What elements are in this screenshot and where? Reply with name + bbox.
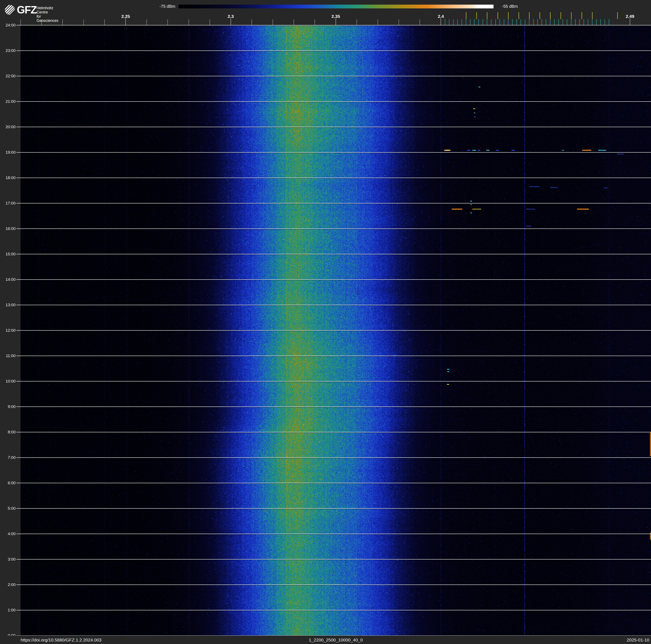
rf-burst-event xyxy=(550,187,558,188)
rf-burst-event xyxy=(598,150,606,151)
ble-channel-tick xyxy=(500,19,500,25)
spectrogram-plot xyxy=(21,25,651,636)
hour-gridline xyxy=(21,559,651,559)
ble-channel-tick xyxy=(533,19,534,25)
freq-minor-tick xyxy=(83,19,84,25)
hour-gridline xyxy=(21,432,651,432)
time-tick xyxy=(17,254,21,254)
freq-major-tick xyxy=(125,18,126,25)
ble-channel-tick xyxy=(487,19,487,25)
hour-gridline xyxy=(21,407,651,407)
hour-gridline xyxy=(21,127,651,127)
rf-burst-event xyxy=(526,226,531,227)
ble-channel-tick xyxy=(537,19,538,25)
freq-label: 2.49 xyxy=(626,14,634,19)
ble-channel-tick xyxy=(495,19,496,25)
rf-burst-event xyxy=(452,209,462,209)
ble-channel-tick xyxy=(474,19,474,25)
ble-channel-tick xyxy=(584,19,584,25)
ble-channel-tick xyxy=(462,19,462,25)
hour-gridline xyxy=(21,508,651,509)
freq-major-tick xyxy=(336,18,336,25)
ble-channel-tick xyxy=(478,19,479,25)
freq-label: 2.35 xyxy=(332,14,340,19)
rf-burst-event xyxy=(474,116,476,117)
freq-major-tick xyxy=(230,18,231,25)
ble-channel-tick xyxy=(445,19,445,25)
wifi-channel-tick xyxy=(466,12,466,19)
rf-burst-event xyxy=(582,150,591,151)
freq-label: 2.3 xyxy=(228,14,234,19)
freq-minor-tick xyxy=(104,19,105,25)
time-label: 9:00 xyxy=(0,404,16,409)
freq-major-tick xyxy=(441,18,441,25)
footer: https://doi.org/10.5880/GFZ.1.2.2024.003… xyxy=(0,636,651,644)
ble-channel-tick xyxy=(592,19,592,25)
wifi-channel-tick xyxy=(592,12,593,19)
time-tick xyxy=(17,178,21,178)
ble-channel-tick xyxy=(567,19,567,25)
header: GFZ Helmholtz Centre for Geosciences -75… xyxy=(0,0,651,25)
time-label: 7:00 xyxy=(0,455,16,460)
ble-channel-tick xyxy=(604,19,605,25)
ble-channel-tick xyxy=(521,19,521,25)
rf-burst-event xyxy=(471,204,472,205)
time-label: 10:00 xyxy=(0,379,16,384)
freq-minor-tick xyxy=(20,19,21,25)
ble-channel-tick xyxy=(554,19,555,25)
wifi-channel-tick xyxy=(617,12,618,19)
hour-gridline xyxy=(21,585,651,585)
gfz-brand: GFZ xyxy=(17,4,36,16)
rf-burst-event xyxy=(474,113,475,113)
time-tick xyxy=(17,25,21,25)
ble-channel-tick xyxy=(550,19,550,25)
wifi-channel-tick xyxy=(582,12,582,19)
rf-burst-event xyxy=(529,186,540,187)
freq-minor-tick xyxy=(210,19,210,25)
wifi-channel-tick xyxy=(560,12,561,19)
colorbar-max-label: -55 dBm xyxy=(502,4,518,8)
ble-channel-tick xyxy=(470,19,470,25)
rf-burst-event xyxy=(447,369,450,370)
time-label: 12:00 xyxy=(0,328,16,333)
time-label: 16:00 xyxy=(0,226,16,231)
hour-gridline xyxy=(21,203,651,203)
wifi-channel-tick xyxy=(519,12,519,19)
ble-channel-tick xyxy=(449,19,450,25)
colorbar-gradient xyxy=(179,5,494,8)
wifi-channel-tick xyxy=(508,12,508,19)
spectrogram-page: GFZ Helmholtz Centre for Geosciences -75… xyxy=(0,0,651,644)
date-label: 2025-01-10 xyxy=(627,636,649,644)
rf-burst-event xyxy=(447,371,449,372)
ble-channel-tick xyxy=(563,19,563,25)
wifi-channel-tick xyxy=(539,12,540,19)
ble-channel-tick xyxy=(453,19,454,25)
rf-burst-event xyxy=(604,187,608,188)
freq-label: 2.4 xyxy=(438,14,444,19)
time-tick xyxy=(17,610,21,610)
time-label: 6:00 xyxy=(0,481,16,485)
rf-burst-event xyxy=(470,212,472,213)
rf-burst-event xyxy=(478,87,480,87)
gfz-org-line1: Helmholtz Centre xyxy=(36,6,53,14)
freq-minor-tick xyxy=(399,19,399,25)
time-label: 5:00 xyxy=(0,506,16,511)
edge-signal-mark xyxy=(650,432,651,456)
hour-gridline xyxy=(21,305,651,305)
time-tick xyxy=(17,457,21,458)
hour-gridline xyxy=(21,229,651,229)
rf-burst-event xyxy=(472,209,481,209)
rf-burst-event xyxy=(447,384,449,385)
time-label: 4:00 xyxy=(0,531,16,536)
time-tick xyxy=(17,279,21,280)
ble-channel-tick xyxy=(508,19,508,25)
time-tick xyxy=(17,356,21,356)
time-tick xyxy=(17,229,21,229)
time-label: 20:00 xyxy=(0,125,16,129)
time-label: 3:00 xyxy=(0,557,16,562)
time-tick xyxy=(17,330,21,331)
freq-label: 2.25 xyxy=(121,14,130,19)
freq-minor-tick xyxy=(189,19,189,25)
time-tick xyxy=(17,407,21,407)
ble-channel-tick xyxy=(512,19,513,25)
